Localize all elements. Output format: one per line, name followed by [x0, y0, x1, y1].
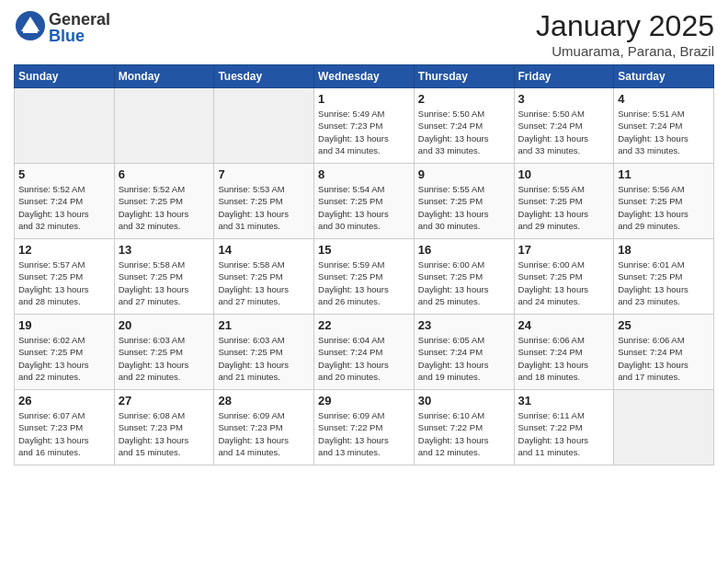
day-number: 24 — [518, 318, 610, 332]
calendar-cell — [114, 88, 214, 164]
calendar-cell: 20Sunrise: 6:03 AM Sunset: 7:25 PM Dayli… — [114, 315, 214, 390]
day-info: Sunrise: 5:55 AM Sunset: 7:25 PM Dayligh… — [418, 183, 510, 232]
day-number: 31 — [518, 394, 610, 408]
day-info: Sunrise: 5:55 AM Sunset: 7:25 PM Dayligh… — [518, 183, 610, 232]
day-number: 17 — [518, 243, 610, 257]
day-number: 4 — [618, 92, 710, 106]
calendar-cell — [614, 390, 714, 465]
title-block: January 2025 Umuarama, Parana, Brazil — [536, 9, 714, 59]
calendar-cell: 3Sunrise: 5:50 AM Sunset: 7:24 PM Daylig… — [514, 88, 614, 164]
day-info: Sunrise: 6:06 AM Sunset: 7:24 PM Dayligh… — [618, 334, 710, 383]
day-number: 5 — [18, 167, 110, 181]
day-number: 14 — [218, 243, 310, 257]
calendar-cell: 1Sunrise: 5:49 AM Sunset: 7:23 PM Daylig… — [314, 88, 415, 164]
calendar-cell: 10Sunrise: 5:55 AM Sunset: 7:25 PM Dayli… — [514, 164, 614, 239]
day-number: 11 — [618, 167, 710, 181]
calendar-week-1: 5Sunrise: 5:52 AM Sunset: 7:24 PM Daylig… — [15, 164, 714, 239]
calendar-cell: 22Sunrise: 6:04 AM Sunset: 7:24 PM Dayli… — [314, 315, 415, 390]
calendar-cell: 17Sunrise: 6:00 AM Sunset: 7:25 PM Dayli… — [514, 239, 614, 315]
calendar-cell: 28Sunrise: 6:09 AM Sunset: 7:23 PM Dayli… — [214, 390, 314, 465]
day-info: Sunrise: 6:09 AM Sunset: 7:23 PM Dayligh… — [218, 409, 310, 458]
logo-blue: Blue — [49, 27, 85, 45]
header-monday: Monday — [114, 65, 214, 88]
calendar-cell: 2Sunrise: 5:50 AM Sunset: 7:24 PM Daylig… — [414, 88, 514, 164]
calendar-cell: 6Sunrise: 5:52 AM Sunset: 7:25 PM Daylig… — [114, 164, 214, 239]
calendar-cell: 7Sunrise: 5:53 AM Sunset: 7:25 PM Daylig… — [214, 164, 314, 239]
day-number: 21 — [218, 318, 310, 332]
calendar-cell: 14Sunrise: 5:58 AM Sunset: 7:25 PM Dayli… — [214, 239, 314, 315]
day-number: 12 — [18, 243, 110, 257]
header-wednesday: Wednesday — [314, 65, 415, 88]
calendar-cell: 4Sunrise: 5:51 AM Sunset: 7:24 PM Daylig… — [614, 88, 714, 164]
logo-general: General — [49, 10, 110, 29]
day-info: Sunrise: 5:52 AM Sunset: 7:24 PM Dayligh… — [18, 183, 110, 232]
calendar-cell — [15, 88, 115, 164]
calendar-cell: 8Sunrise: 5:54 AM Sunset: 7:25 PM Daylig… — [314, 164, 415, 239]
day-number: 7 — [218, 167, 310, 181]
page-container: General Blue January 2025 Umuarama, Para… — [0, 0, 728, 475]
calendar-cell: 24Sunrise: 6:06 AM Sunset: 7:24 PM Dayli… — [514, 315, 614, 390]
calendar-week-0: 1Sunrise: 5:49 AM Sunset: 7:23 PM Daylig… — [15, 88, 714, 164]
calendar-body: 1Sunrise: 5:49 AM Sunset: 7:23 PM Daylig… — [15, 88, 714, 465]
day-info: Sunrise: 5:50 AM Sunset: 7:24 PM Dayligh… — [518, 108, 610, 156]
calendar-cell — [214, 88, 314, 164]
day-number: 20 — [119, 318, 210, 332]
main-title: January 2025 — [536, 9, 714, 43]
day-info: Sunrise: 6:11 AM Sunset: 7:22 PM Dayligh… — [518, 409, 610, 458]
day-number: 18 — [618, 243, 710, 257]
subtitle: Umuarama, Parana, Brazil — [536, 43, 714, 59]
calendar-cell: 11Sunrise: 5:56 AM Sunset: 7:25 PM Dayli… — [614, 164, 714, 239]
day-info: Sunrise: 5:49 AM Sunset: 7:23 PM Dayligh… — [318, 108, 410, 156]
day-info: Sunrise: 6:00 AM Sunset: 7:25 PM Dayligh… — [418, 259, 510, 307]
day-number: 23 — [418, 318, 510, 332]
day-number: 6 — [119, 167, 210, 181]
calendar-cell: 29Sunrise: 6:09 AM Sunset: 7:22 PM Dayli… — [314, 390, 415, 465]
calendar-cell: 26Sunrise: 6:07 AM Sunset: 7:23 PM Dayli… — [15, 390, 115, 465]
calendar-cell: 15Sunrise: 5:59 AM Sunset: 7:25 PM Dayli… — [314, 239, 415, 315]
day-number: 22 — [318, 318, 410, 332]
day-number: 16 — [418, 243, 510, 257]
day-number: 13 — [119, 243, 210, 257]
day-info: Sunrise: 6:04 AM Sunset: 7:24 PM Dayligh… — [318, 334, 410, 383]
day-info: Sunrise: 5:58 AM Sunset: 7:25 PM Dayligh… — [218, 259, 310, 307]
calendar-cell: 5Sunrise: 5:52 AM Sunset: 7:24 PM Daylig… — [15, 164, 115, 239]
day-info: Sunrise: 6:05 AM Sunset: 7:24 PM Dayligh… — [418, 334, 510, 383]
header-tuesday: Tuesday — [214, 65, 314, 88]
day-info: Sunrise: 5:52 AM Sunset: 7:25 PM Dayligh… — [119, 183, 210, 232]
header-row: Sunday Monday Tuesday Wednesday Thursday… — [15, 65, 714, 88]
day-number: 8 — [318, 167, 410, 181]
day-info: Sunrise: 6:01 AM Sunset: 7:25 PM Dayligh… — [618, 259, 710, 307]
day-info: Sunrise: 6:03 AM Sunset: 7:25 PM Dayligh… — [218, 334, 310, 383]
header-thursday: Thursday — [414, 65, 514, 88]
header: General Blue January 2025 Umuarama, Para… — [14, 9, 714, 59]
calendar-cell: 9Sunrise: 5:55 AM Sunset: 7:25 PM Daylig… — [414, 164, 514, 239]
day-number: 3 — [518, 92, 610, 106]
day-info: Sunrise: 5:54 AM Sunset: 7:25 PM Dayligh… — [318, 183, 410, 232]
day-info: Sunrise: 6:00 AM Sunset: 7:25 PM Dayligh… — [518, 259, 610, 307]
day-number: 2 — [418, 92, 510, 106]
day-info: Sunrise: 6:02 AM Sunset: 7:25 PM Dayligh… — [18, 334, 110, 383]
day-info: Sunrise: 5:50 AM Sunset: 7:24 PM Dayligh… — [418, 108, 510, 156]
calendar-cell: 30Sunrise: 6:10 AM Sunset: 7:22 PM Dayli… — [414, 390, 514, 465]
logo-icon — [14, 9, 47, 42]
calendar-cell: 25Sunrise: 6:06 AM Sunset: 7:24 PM Dayli… — [614, 315, 714, 390]
calendar-cell: 19Sunrise: 6:02 AM Sunset: 7:25 PM Dayli… — [15, 315, 115, 390]
calendar-cell: 21Sunrise: 6:03 AM Sunset: 7:25 PM Dayli… — [214, 315, 314, 390]
day-number: 10 — [518, 167, 610, 181]
day-info: Sunrise: 5:53 AM Sunset: 7:25 PM Dayligh… — [218, 183, 310, 232]
calendar-cell: 13Sunrise: 5:58 AM Sunset: 7:25 PM Dayli… — [114, 239, 214, 315]
calendar-week-3: 19Sunrise: 6:02 AM Sunset: 7:25 PM Dayli… — [15, 315, 714, 390]
day-info: Sunrise: 5:58 AM Sunset: 7:25 PM Dayligh… — [119, 259, 210, 307]
calendar-header: Sunday Monday Tuesday Wednesday Thursday… — [15, 65, 714, 88]
day-info: Sunrise: 5:59 AM Sunset: 7:25 PM Dayligh… — [318, 259, 410, 307]
logo: General Blue — [14, 9, 110, 46]
day-info: Sunrise: 6:09 AM Sunset: 7:22 PM Dayligh… — [318, 409, 410, 458]
day-number: 9 — [418, 167, 510, 181]
day-info: Sunrise: 5:57 AM Sunset: 7:25 PM Dayligh… — [18, 259, 110, 307]
header-sunday: Sunday — [15, 65, 115, 88]
day-number: 26 — [18, 394, 110, 408]
day-number: 19 — [18, 318, 110, 332]
calendar-cell: 18Sunrise: 6:01 AM Sunset: 7:25 PM Dayli… — [614, 239, 714, 315]
day-info: Sunrise: 6:03 AM Sunset: 7:25 PM Dayligh… — [119, 334, 210, 383]
day-info: Sunrise: 6:07 AM Sunset: 7:23 PM Dayligh… — [18, 409, 110, 458]
